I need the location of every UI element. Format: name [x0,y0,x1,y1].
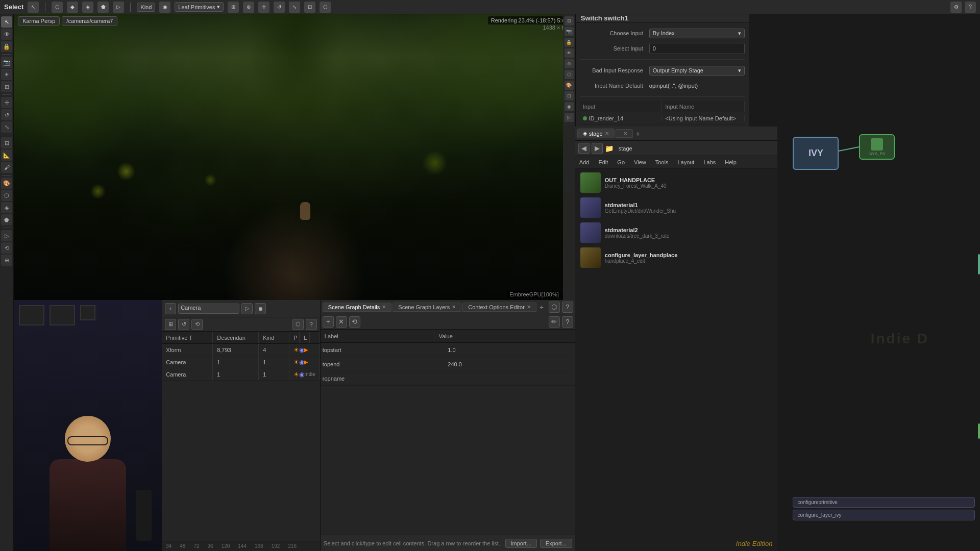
stage-tab-add[interactable]: + [634,130,642,138]
tl-view-btn[interactable]: ⬡ [292,319,304,330]
tl-help-btn[interactable]: ? [306,319,317,330]
tl-refresh[interactable]: ⟲ [191,319,203,330]
stage-item-stdmat2[interactable]: stdmaterial2 downloads/tree_dark_3_rate [577,220,776,245]
menu-labs[interactable]: Labs [699,156,720,168]
tl-step-back[interactable]: ⊞ [165,319,176,330]
stage-back-btn[interactable]: ◀ [578,143,590,154]
material-tab-close[interactable]: ✕ [623,131,627,136]
sg-export-btn[interactable]: Export... [540,539,572,548]
bottom-tool[interactable]: ⊕ [1,255,12,266]
camera-path-btn[interactable]: /cameras/camera7 [62,16,117,26]
kind-dropdown[interactable]: Kind [137,3,155,12]
vr-icon-2[interactable]: 📷 [565,27,574,36]
help-icon[interactable]: ? [965,2,976,13]
select-input-field[interactable] [649,43,745,54]
node-configure-ivy[interactable]: configure_layer_ivy [793,510,975,520]
snap-icon[interactable]: ⊕ [243,2,254,13]
filter-icon[interactable]: ⊞ [228,2,239,13]
palette-tool[interactable]: 🎨 [1,178,12,189]
tool-icon-2[interactable]: ◆ [67,2,78,13]
sg-delete-btn[interactable]: ✕ [336,316,347,328]
rotate-tool[interactable]: ↺ [1,109,12,120]
transform-tool[interactable]: ✛ [1,97,12,108]
view-tool[interactable]: 👁 [1,29,12,40]
measure-tool[interactable]: 📐 [1,149,12,161]
tab-scene-graph-layers[interactable]: Scene Graph Layers ✕ [393,303,461,312]
table-row[interactable]: Camera 1 1 ☀ ◉ Indie [162,368,320,381]
sg-row-topend[interactable]: topend 240.0 [321,357,575,371]
sg-help-btn[interactable]: ? [562,302,573,313]
paint-tool[interactable]: 🖌 [1,162,12,173]
tab-add-button[interactable]: + [537,303,546,311]
node-tool[interactable]: ⬡ [1,190,12,201]
vr-icon-7[interactable]: 🎨 [565,81,574,90]
menu-tools[interactable]: Tools [651,156,673,168]
stage-forward-btn[interactable]: ▶ [592,143,603,154]
sg-row-topstart[interactable]: topstart 1.0 [321,343,575,357]
tool-icon-4[interactable]: ⬟ [97,2,109,13]
green-node[interactable]: SYS_FS [859,134,895,160]
tab-context-options[interactable]: Context Options Editor ✕ [462,303,536,312]
grid-tool[interactable]: ⊟ [1,137,12,148]
vr-icon-10[interactable]: ▷ [565,113,574,122]
ivy-node[interactable]: IVY [793,137,839,170]
menu-view[interactable]: View [630,156,650,168]
vr-icon-9[interactable]: ◉ [565,102,574,111]
rotate-icon[interactable]: ↺ [274,2,285,13]
stage-tab-close[interactable]: ✕ [605,131,609,136]
kind-toggle[interactable]: ◉ [159,2,170,13]
table-row[interactable]: Camera 1 1 ☀ ◉ ▶ [162,356,320,368]
sg-edit-icon[interactable]: ✏ [549,316,560,328]
leaf-primitives-dropdown[interactable]: Leaf Primitives ▾ [175,2,224,12]
tl-camera-dropdown[interactable]: Camera [178,304,239,314]
settings-icon[interactable]: ⚙ [950,2,962,13]
bad-input-dropdown[interactable]: Output Empty Stage ▾ [649,66,745,76]
node-configure-primitive[interactable]: configureprimitive [793,497,975,508]
select-tool[interactable]: ↖ [1,16,12,28]
extra-tool-1[interactable]: ◈ [1,202,12,213]
sg-view-toggle[interactable]: ⬡ [549,302,560,313]
tool-icon-3[interactable]: ◈ [82,2,93,13]
vr-icon-4[interactable]: 👁 [565,48,574,58]
sg-import-btn[interactable]: Import... [505,539,537,548]
tab-close-context[interactable]: ✕ [527,304,531,310]
menu-edit[interactable]: Edit [594,156,612,168]
vr-icon-5[interactable]: ⊕ [565,59,574,68]
sg-question-btn[interactable]: ? [562,316,573,328]
tl-record-btn[interactable]: ⏺ [255,303,266,314]
tab-close-scene-graph[interactable]: ✕ [382,304,386,310]
menu-layout[interactable]: Layout [673,156,698,168]
light-tool[interactable]: ☀ [1,69,12,80]
tl-play-btn[interactable]: ▷ [241,303,253,314]
tl-step-fwd[interactable]: ↺ [178,319,189,330]
scale-icon[interactable]: ⤡ [289,2,300,13]
vr-icon-6[interactable]: ⬡ [565,70,574,79]
history-tool[interactable]: ⟲ [1,242,12,254]
lock-tool[interactable]: 🔒 [1,41,12,52]
input-table-row-1[interactable]: ID_render_14 <Using Input Name Default> [580,112,745,124]
extra-tool-2[interactable]: ⬟ [1,214,12,226]
select-tool-icon[interactable]: ↖ [28,2,39,13]
scale-tool[interactable]: ⤡ [1,121,12,133]
vr-icon-3[interactable]: 🔒 [565,38,574,47]
menu-add[interactable]: Add [575,156,594,168]
camera-tool[interactable]: 📷 [1,57,12,68]
stage-item-stdmat1[interactable]: stdmaterial1 GetEmptyDict/dirt/Wunder_Sh… [577,195,776,220]
choose-input-dropdown[interactable]: By Index ▾ [649,29,745,38]
vr-icon-8[interactable]: ⊡ [565,91,574,101]
table-row[interactable]: Xform 8,793 4 ☀ ◉ ▶ [162,344,320,356]
snap-tool[interactable]: ⊞ [1,81,12,92]
karma-persp-btn[interactable]: Karma Persp [18,16,60,26]
menu-help[interactable]: Help [721,156,741,168]
render-tool[interactable]: ▷ [1,230,12,241]
pivot-icon[interactable]: ⊡ [304,2,315,13]
menu-go[interactable]: Go [613,156,629,168]
sg-row-ropname[interactable]: ropname [321,371,575,386]
stage-item-config-layer[interactable]: configure_layer_handplace handplace_4_ed… [577,245,776,270]
tool-icon-1[interactable]: ⬡ [52,2,63,13]
sg-add-btn[interactable]: + [323,316,334,328]
tool-icon-5[interactable]: ▷ [113,2,124,13]
tab-material-palette[interactable]: ✕ [616,129,633,138]
vr-icon-1[interactable]: ⊞ [565,16,574,26]
tab-scene-graph-details[interactable]: Scene Graph Details ✕ [323,303,392,312]
